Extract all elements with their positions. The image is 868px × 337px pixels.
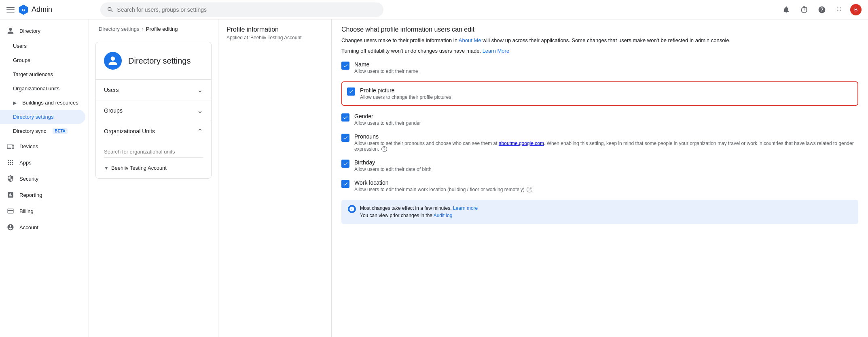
avatar[interactable]: B <box>850 4 862 15</box>
groups-chevron-icon: ⌄ <box>197 106 203 115</box>
sidebar-item-devices-label: Devices <box>19 143 38 149</box>
search-icon <box>107 6 114 13</box>
audit-log-link[interactable]: Audit log <box>434 213 453 218</box>
work-location-checkbox[interactable] <box>341 180 349 188</box>
info-icon <box>348 205 356 213</box>
setting-profile-picture: Profile picture Allow users to change th… <box>341 81 858 106</box>
sidebar-item-billing-label: Billing <box>19 208 34 214</box>
content-area: Directory settings › Profile editing Dir… <box>89 19 868 337</box>
gender-label: Gender <box>354 113 421 119</box>
sidebar-item-org-units[interactable]: Organizational units <box>0 81 85 96</box>
sidebar-item-dir-settings[interactable]: Directory settings <box>0 110 85 124</box>
devices-icon <box>6 142 15 150</box>
org-units-section-row[interactable]: Organizational Units ⌄ <box>96 121 211 141</box>
shield-icon <box>6 175 15 183</box>
sidebar-item-dir-settings-label: Directory settings <box>13 114 53 120</box>
sidebar-item-account-label: Account <box>19 224 38 230</box>
main-layout: Directory Users Groups Target audiences … <box>0 19 868 337</box>
sidebar-item-target-audiences-label: Target audiences <box>13 71 53 77</box>
sidebar-item-buildings[interactable]: ▶ Buildings and resources <box>0 96 85 110</box>
topbar: G Admin B <box>0 0 868 19</box>
sidebar-item-users-label: Users <box>13 43 27 49</box>
org-units-chevron-icon: ⌄ <box>197 127 203 136</box>
groups-section-label: Groups <box>104 107 123 114</box>
name-label: Name <box>354 61 418 68</box>
birthday-label: Birthday <box>354 159 432 166</box>
left-panel: Directory settings › Profile editing Dir… <box>89 19 218 337</box>
hamburger-menu[interactable] <box>6 6 15 14</box>
sidebar-item-account[interactable]: Account <box>0 219 85 235</box>
gender-desc: Allow users to edit their gender <box>354 120 421 126</box>
sidebar-item-billing[interactable]: Billing <box>0 203 85 219</box>
sidebar-item-apps[interactable]: Apps <box>0 154 85 171</box>
gender-checkbox[interactable] <box>341 113 349 122</box>
setting-pronouns: Pronouns Allow users to set their pronou… <box>341 133 858 152</box>
work-location-label: Work location <box>354 179 532 186</box>
dir-card-title: Directory settings <box>128 56 191 66</box>
right-panel-desc1: Changes users make to their profile info… <box>341 36 858 45</box>
birthday-desc: Allow users to edit their date of birth <box>354 166 432 172</box>
pronouns-help-icon: ? <box>381 146 387 152</box>
svg-text:G: G <box>22 8 25 12</box>
setting-birthday: Birthday Allow users to edit their date … <box>341 159 858 172</box>
learn-more-link[interactable]: Learn More <box>483 48 509 54</box>
org-item-label: Beehiiv Testing Account <box>111 165 167 171</box>
users-section-label: Users <box>104 87 119 93</box>
users-chevron-icon: ⌄ <box>197 85 203 94</box>
breadcrumb: Directory settings › Profile editing <box>89 19 218 35</box>
notifications-icon[interactable] <box>779 2 794 17</box>
sidebar-item-directory-label: Directory <box>19 28 40 34</box>
aboutme-link[interactable]: aboutme.google.com <box>499 141 544 146</box>
breadcrumb-parent[interactable]: Directory settings <box>99 26 139 32</box>
right-panel-desc2: Turning off editability won't undo chang… <box>341 47 858 55</box>
beta-badge: BETA <box>53 128 67 134</box>
sidebar-item-users[interactable]: Users <box>0 39 85 53</box>
bar-chart-icon <box>6 191 15 199</box>
org-item-beehiiv[interactable]: ▼ Beehiiv Testing Account <box>104 162 203 173</box>
dir-card-header: Directory settings <box>96 42 211 80</box>
search-input[interactable] <box>117 6 377 13</box>
pronouns-label: Pronouns <box>354 133 858 140</box>
work-location-help-icon: ? <box>527 187 532 192</box>
topbar-right: B <box>779 2 862 17</box>
help-icon[interactable] <box>815 2 829 17</box>
sidebar-item-security-label: Security <box>19 176 38 182</box>
sidebar-item-dir-sync[interactable]: Directory sync BETA <box>0 124 85 138</box>
grid-icon[interactable] <box>832 2 847 17</box>
users-section-row[interactable]: Users ⌄ <box>96 80 211 100</box>
search-bar[interactable] <box>100 2 383 17</box>
pronouns-checkbox[interactable] <box>341 134 349 142</box>
info-banner: Most changes take effect in a few minute… <box>341 200 858 224</box>
account-icon <box>6 223 15 231</box>
birthday-checkbox[interactable] <box>341 160 349 168</box>
sidebar-item-groups[interactable]: Groups <box>0 53 85 67</box>
sidebar-item-org-units-label: Organizational units <box>13 85 59 92</box>
topbar-left: G Admin <box>6 4 95 15</box>
sidebar-item-reporting[interactable]: Reporting <box>0 187 85 203</box>
timer-icon[interactable] <box>797 2 811 17</box>
groups-section-row[interactable]: Groups ⌄ <box>96 100 211 121</box>
breadcrumb-current: Profile editing <box>146 26 178 32</box>
sidebar-item-groups-label: Groups <box>13 57 30 63</box>
profile-info-header: Profile information Applied at 'Beehiiv … <box>218 19 331 44</box>
sidebar-item-target-audiences[interactable]: Target audiences <box>0 67 85 81</box>
sidebar-item-directory[interactable]: Directory <box>0 23 85 39</box>
person-icon <box>6 27 15 35</box>
profile-info-subtitle: Applied at 'Beehiiv Testing Account' <box>227 35 323 41</box>
sidebar-item-devices[interactable]: Devices <box>0 138 85 154</box>
profile-picture-desc: Allow users to change their profile pict… <box>360 94 451 100</box>
svg-rect-1 <box>6 9 15 10</box>
dir-settings-card: Directory settings Users ⌄ Groups ⌄ Orga… <box>95 42 212 179</box>
org-item-arrow-icon: ▼ <box>104 165 109 171</box>
svg-rect-0 <box>6 7 15 8</box>
profile-picture-checkbox[interactable] <box>347 87 355 96</box>
info-learn-more-link[interactable]: Learn more <box>453 205 478 211</box>
about-me-link[interactable]: About Me <box>459 37 481 43</box>
sidebar-item-apps-label: Apps <box>19 160 32 166</box>
org-search-input[interactable] <box>104 146 203 158</box>
sidebar-item-buildings-label: Buildings and resources <box>22 100 78 106</box>
apps-icon <box>6 158 15 166</box>
name-desc: Allow users to edit their name <box>354 68 418 74</box>
sidebar-item-security[interactable]: Security <box>0 171 85 187</box>
name-checkbox[interactable] <box>341 62 349 70</box>
